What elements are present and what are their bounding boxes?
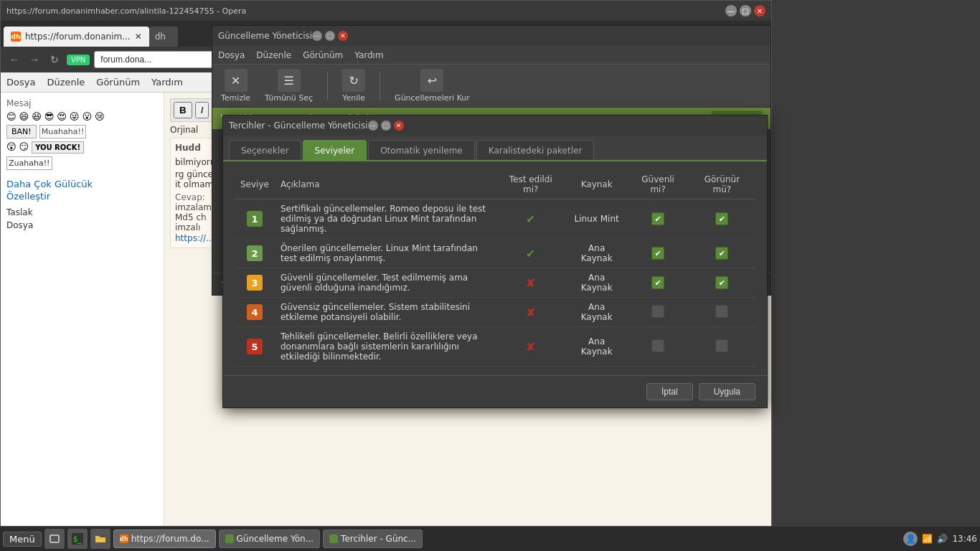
cross-icon: ✘ bbox=[526, 276, 535, 290]
sidebar-taslak: Taslak bbox=[6, 207, 158, 217]
browser-tab-1[interactable]: dh https://forum.donanim... ✕ bbox=[4, 27, 149, 47]
menu-item-dosya[interactable]: Dosya bbox=[6, 77, 35, 88]
checkbox-green[interactable]: ✔ bbox=[715, 247, 728, 260]
browser-tab-2[interactable]: dh bbox=[149, 27, 178, 47]
checkbox-green[interactable]: ✔ bbox=[715, 212, 728, 225]
pref-favicon bbox=[329, 534, 338, 543]
checkbox-gray[interactable] bbox=[651, 305, 664, 318]
kaynak-cell: Linux Mint bbox=[566, 199, 627, 239]
bold-button[interactable]: B bbox=[174, 102, 192, 118]
tab-otomatik[interactable]: Otomatik yenileme bbox=[368, 140, 475, 160]
emoticon-5: 😍 bbox=[57, 111, 67, 122]
sidebar-mesaj: Mesaj bbox=[6, 98, 158, 108]
taskbar-right: 👤 📶 🔊 13:46 bbox=[903, 532, 977, 546]
col-seviye: Seviye bbox=[235, 170, 275, 199]
description-cell: Tehlikeli güncellemeler. Belirli özellik… bbox=[275, 327, 496, 367]
taskbar-menu-button[interactable]: Menü bbox=[3, 532, 42, 547]
col-gorunur: Görünür mü? bbox=[689, 170, 755, 199]
iptal-button[interactable]: İptal bbox=[646, 383, 693, 400]
tested-cell: ✘ bbox=[496, 298, 566, 327]
col-kaynak: Kaynak bbox=[566, 170, 627, 199]
description-cell: Güvenli güncellemeler. Test edilmemiş am… bbox=[275, 268, 496, 298]
preferences-content: Seviye Açıklama Test edildi mi? Kaynak G… bbox=[223, 161, 767, 375]
browser-titlebar: https://forum.donanimhaber.com/alintila-… bbox=[1, 1, 771, 21]
checkbox-green[interactable]: ✔ bbox=[651, 212, 664, 225]
menu-duzen[interactable]: Düzenle bbox=[256, 50, 291, 60]
update-manager-titlebar: Güncelleme Yöneticisi — □ ✕ bbox=[212, 26, 771, 46]
back-button[interactable]: ← bbox=[6, 52, 22, 67]
pref-controls: — □ ✕ bbox=[368, 121, 404, 131]
taskbar-icon-folder[interactable] bbox=[90, 529, 110, 549]
taskbar-icon-terminal[interactable]: $_ bbox=[67, 529, 88, 549]
menu-dosya[interactable]: Dosya bbox=[218, 50, 245, 60]
taskbar-app-pref[interactable]: Tercihler - Günc... bbox=[323, 529, 423, 548]
post-link[interactable]: https://... bbox=[175, 233, 214, 243]
checkbox-green[interactable]: ✔ bbox=[651, 247, 664, 260]
update-manager-toolbar: ✕ Temizle ☰ Tümünü Seç ↻ Yenile ↩ Güncel… bbox=[212, 65, 771, 108]
daha-cok-link[interactable]: Daha Çok Gülücük bbox=[6, 179, 158, 189]
taskbar: Menü $_ dh https://forum.do... Güncellem… bbox=[0, 527, 980, 551]
checkbox-gray[interactable] bbox=[651, 339, 664, 352]
minimize-button[interactable]: — bbox=[312, 31, 322, 41]
forward-button[interactable]: → bbox=[27, 52, 42, 67]
menu-gorunum[interactable]: Görünüm bbox=[303, 50, 343, 60]
muahaha-badge: Muahaha!! bbox=[39, 125, 86, 138]
gorunur-cell: ✔ bbox=[689, 199, 755, 239]
guvenli-cell: ✔ bbox=[627, 239, 688, 268]
tab-karalist[interactable]: Karalistedeki paketler bbox=[476, 140, 595, 160]
browser-minimize[interactable]: — bbox=[725, 5, 737, 17]
tested-cell: ✘ bbox=[496, 327, 566, 367]
pref-minimize-button[interactable]: — bbox=[368, 121, 378, 131]
taskbar-icon-files[interactable] bbox=[44, 529, 65, 549]
checkbox-green[interactable]: ✔ bbox=[651, 276, 664, 289]
tumunu-sec-icon: ☰ bbox=[278, 69, 301, 92]
gorunur-cell bbox=[689, 298, 755, 327]
tab-secenekler[interactable]: Seçenekler bbox=[229, 140, 301, 160]
menu-item-yardim[interactable]: Yardım bbox=[151, 77, 183, 88]
update-manager-menubar: Dosya Düzenle Görünüm Yardım bbox=[212, 46, 771, 65]
vpn-badge: VPN bbox=[67, 55, 90, 65]
yenile-button[interactable]: ↻ Yenile bbox=[342, 69, 365, 103]
ozellestir-link[interactable]: Özelleştir bbox=[6, 191, 158, 202]
maximize-button[interactable]: □ bbox=[325, 31, 335, 41]
checkbox-gray[interactable] bbox=[715, 305, 728, 318]
browser-close[interactable]: ✕ bbox=[754, 5, 765, 17]
guncelle-kur-button[interactable]: ↩ Güncellemeleri Kur bbox=[395, 69, 470, 103]
browser-maximize[interactable]: □ bbox=[740, 5, 751, 17]
update-favicon bbox=[225, 534, 234, 543]
taskbar-app-update[interactable]: Güncelleme Yön... bbox=[219, 529, 321, 548]
emoticon-1: 😊 bbox=[6, 111, 17, 122]
levels-table: Seviye Açıklama Test edildi mi? Kaynak G… bbox=[235, 170, 755, 367]
temizle-button[interactable]: ✕ Temizle bbox=[221, 69, 250, 103]
taskbar-app-browser[interactable]: dh https://forum.do... bbox=[113, 529, 216, 548]
sidebar-dosya: Dosya bbox=[6, 220, 158, 230]
tumunu-sec-button[interactable]: ☰ Tümünü Seç bbox=[265, 69, 313, 103]
checkbox-gray[interactable] bbox=[715, 339, 728, 352]
pref-maximize-button[interactable]: □ bbox=[381, 121, 391, 131]
reload-button[interactable]: ↻ bbox=[47, 52, 62, 67]
tab2-label: dh bbox=[155, 32, 166, 42]
check-icon: ✔ bbox=[526, 212, 535, 226]
guvenli-cell bbox=[627, 298, 688, 327]
tab1-close[interactable]: ✕ bbox=[135, 32, 142, 42]
cross-icon: ✘ bbox=[526, 340, 535, 354]
preferences-window: Tercihler - Güncelleme Yöneticisi — □ ✕ … bbox=[222, 115, 768, 408]
emo-b: 😏 bbox=[19, 141, 29, 154]
check-icon: ✔ bbox=[526, 247, 535, 260]
table-row: 3Güvenli güncellemeler. Test edilmemiş a… bbox=[235, 268, 755, 298]
close-button[interactable]: ✕ bbox=[338, 31, 348, 41]
emoticon-7: 😮 bbox=[82, 111, 92, 122]
emoticon-6: 😜 bbox=[70, 111, 80, 122]
italic-button[interactable]: I bbox=[195, 102, 209, 118]
taskbar-user-icon: 👤 bbox=[903, 532, 918, 546]
level-badge-4: 4 bbox=[247, 304, 263, 320]
uygula-button[interactable]: Uygula bbox=[699, 383, 755, 400]
tab-seviyeler[interactable]: Seviyeler bbox=[303, 140, 367, 160]
ban-badge: BAN! bbox=[6, 125, 37, 138]
checkbox-green[interactable]: ✔ bbox=[715, 276, 728, 289]
menu-item-duzen[interactable]: Düzenle bbox=[47, 77, 85, 88]
menu-item-gorunum[interactable]: Görünüm bbox=[96, 77, 140, 88]
menu-yardim[interactable]: Yardım bbox=[354, 50, 383, 60]
tested-cell: ✔ bbox=[496, 239, 566, 268]
pref-close-button[interactable]: ✕ bbox=[394, 121, 404, 131]
